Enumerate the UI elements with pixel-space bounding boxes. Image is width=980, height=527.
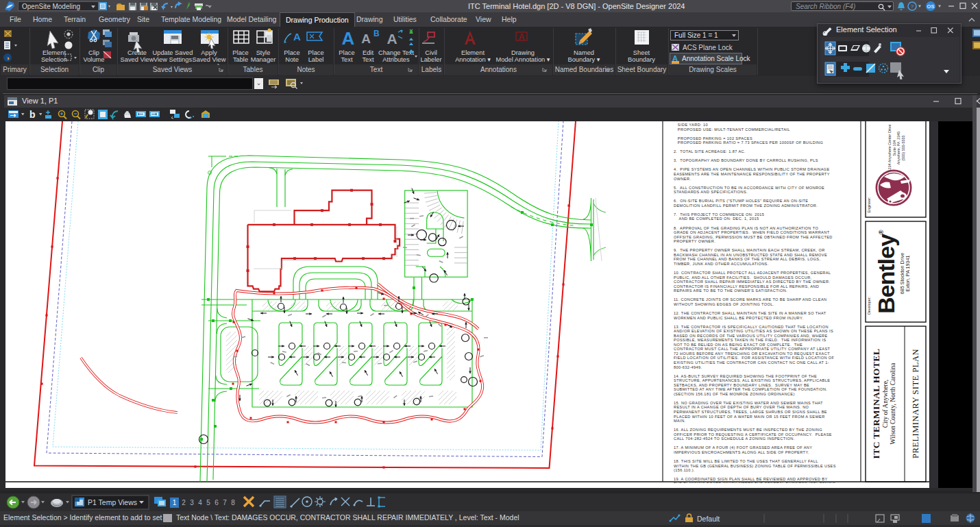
svg-text:A: A (519, 32, 525, 42)
svg-text:?: ? (911, 3, 914, 10)
svg-text:B: B (373, 29, 380, 38)
svg-text:b: b (29, 109, 36, 120)
svg-text:A: A (387, 31, 397, 47)
svg-text:OS: OS (927, 3, 935, 10)
svg-text:◑: ◑ (5, 55, 9, 62)
svg-text:P1 Temp Views: P1 Temp Views (88, 498, 137, 506)
svg-text:A: A (342, 28, 355, 49)
svg-text:Default: Default (697, 515, 720, 523)
svg-text:A: A (361, 32, 371, 46)
svg-text:A: A (293, 31, 301, 42)
